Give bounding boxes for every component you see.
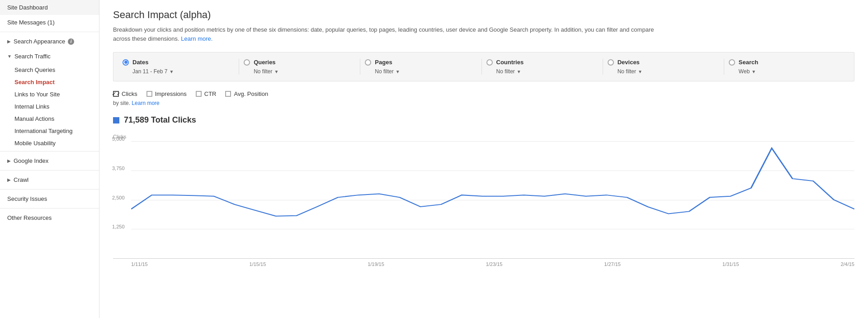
checkbox-ctr[interactable] <box>196 91 202 97</box>
sidebar-item-international-targeting[interactable]: International Targeting <box>7 125 99 137</box>
checkbox-impressions[interactable] <box>146 91 152 97</box>
filter-item-queries[interactable]: Queries No filter ▼ <box>239 59 360 75</box>
filter-item-devices[interactable]: Devices No filter ▼ <box>603 59 724 75</box>
filter-label-pages: Pages <box>375 59 392 66</box>
filter-item-countries[interactable]: Countries No filter ▼ <box>482 59 603 75</box>
filter-label-search: Search <box>739 59 758 66</box>
info-icon: i <box>68 38 74 45</box>
chevron-right-icon: ▶ <box>7 39 11 44</box>
learn-more-link[interactable]: Learn more. <box>181 35 212 42</box>
chevron-down-icon: ▼ <box>169 69 174 74</box>
sidebar: Site Dashboard Site Messages (1) ▶ Searc… <box>0 0 99 318</box>
by-site-text: by site. <box>113 100 130 106</box>
chevron-right-icon: ▶ <box>7 158 11 163</box>
metric-clicks[interactable]: ✓ Clicks <box>113 90 137 97</box>
chart-container: Clicks 5,000 3,750 2,500 1,250 <box>113 134 854 267</box>
grid-label-1250: 1,250 <box>112 224 125 229</box>
radio-pages[interactable] <box>365 59 371 66</box>
metrics-row: ✓ Clicks Impressions CTR Avg. Position <box>113 90 854 97</box>
x-label-5: 1/31/15 <box>722 261 739 267</box>
chart-svg <box>131 141 854 258</box>
search-traffic-subitems: Search Queries Search Impact Links to Yo… <box>0 64 99 149</box>
chevron-down-icon: ▼ <box>7 54 12 59</box>
filter-label-dates: Dates <box>132 59 148 66</box>
sidebar-item-manual-actions[interactable]: Manual Actions <box>7 113 99 125</box>
by-site-row: by site. Learn more <box>113 100 854 106</box>
grid-label-3750: 3,750 <box>112 166 125 171</box>
sidebar-item-internal-links[interactable]: Internal Links <box>7 100 99 113</box>
filter-label-devices: Devices <box>618 59 640 66</box>
sidebar-item-other-resources[interactable]: Other Resources <box>0 210 99 225</box>
sidebar-item-site-messages[interactable]: Site Messages (1) <box>0 15 99 30</box>
chevron-down-icon: ▼ <box>396 69 400 74</box>
main-content: Search Impact (alpha) Breakdown your cli… <box>99 0 868 318</box>
filter-item-search[interactable]: Search Web ▼ <box>724 59 845 75</box>
page-title: Search Impact (alpha) <box>113 9 854 21</box>
chart-area: 5,000 3,750 2,500 1,250 <box>113 141 854 259</box>
sidebar-section-label: Crawl <box>14 176 28 183</box>
checkbox-avg-position[interactable] <box>225 91 231 97</box>
sidebar-section-google-index[interactable]: ▶ Google Index <box>0 153 99 168</box>
grid-label-5000: 5,000 <box>112 136 125 142</box>
sidebar-section-search-traffic[interactable]: ▼ Search Traffic <box>0 49 99 64</box>
sidebar-section-crawl[interactable]: ▶ Crawl <box>0 172 99 187</box>
sidebar-item-search-impact[interactable]: Search Impact <box>7 76 99 88</box>
radio-queries[interactable] <box>244 59 250 66</box>
chart-x-axis: 1/11/15 1/15/15 1/19/15 1/23/15 1/27/15 … <box>113 259 854 267</box>
radio-search[interactable] <box>729 59 735 66</box>
filter-label-queries: Queries <box>254 59 275 66</box>
filter-value-search[interactable]: Web ▼ <box>739 68 840 75</box>
metric-impressions[interactable]: Impressions <box>146 90 187 97</box>
chevron-down-icon: ▼ <box>638 69 642 74</box>
metric-ctr[interactable]: CTR <box>196 90 217 97</box>
x-label-0: 1/11/15 <box>131 261 148 267</box>
x-label-3: 1/23/15 <box>486 261 503 267</box>
chart-y-axis-label: Clicks <box>113 134 854 139</box>
checkbox-clicks[interactable]: ✓ <box>113 91 119 97</box>
metric-avg-position[interactable]: Avg. Position <box>225 90 268 97</box>
radio-dates[interactable] <box>123 59 129 66</box>
by-site-learn-more-link[interactable]: Learn more <box>132 100 159 106</box>
filter-value-countries[interactable]: No filter ▼ <box>496 68 598 75</box>
sidebar-item-search-queries[interactable]: Search Queries <box>7 64 99 76</box>
radio-devices[interactable] <box>608 59 614 66</box>
filter-value-queries[interactable]: No filter ▼ <box>254 68 355 75</box>
filter-value-dates[interactable]: Jan 11 - Feb 7 ▼ <box>132 68 234 75</box>
sidebar-section-label: Search Appearance <box>14 38 65 45</box>
metric-label-impressions: Impressions <box>155 90 187 97</box>
sidebar-section-search-appearance[interactable]: ▶ Search Appearance i <box>0 34 99 49</box>
chevron-right-icon: ▶ <box>7 177 11 182</box>
clicks-color-indicator <box>113 117 119 123</box>
chevron-down-icon: ▼ <box>274 69 279 74</box>
sidebar-item-site-dashboard[interactable]: Site Dashboard <box>0 0 99 15</box>
filter-item-dates[interactable]: Dates Jan 11 - Feb 7 ▼ <box>123 59 239 75</box>
metric-label-avg-position: Avg. Position <box>234 90 268 97</box>
sidebar-item-mobile-usability[interactable]: Mobile Usability <box>7 137 99 149</box>
line-chart <box>131 141 854 258</box>
x-label-2: 1/19/15 <box>368 261 384 267</box>
sidebar-section-label: Google Index <box>14 157 48 164</box>
filter-value-pages[interactable]: No filter ▼ <box>375 68 476 75</box>
radio-countries[interactable] <box>486 59 493 66</box>
filter-value-devices[interactable]: No filter ▼ <box>618 68 719 75</box>
x-label-1: 1/15/15 <box>250 261 266 267</box>
grid-label-2500: 2,500 <box>112 195 125 200</box>
total-clicks-label: 71,589 Total Clicks <box>124 115 196 125</box>
filter-bar: Dates Jan 11 - Feb 7 ▼ Queries No filter… <box>113 52 854 81</box>
x-label-4: 1/27/15 <box>604 261 621 267</box>
sidebar-item-security-issues[interactable]: Security Issues <box>0 191 99 206</box>
metric-label-ctr: CTR <box>204 90 217 97</box>
metric-label-clicks: Clicks <box>122 90 137 97</box>
sidebar-item-links-to-your-site[interactable]: Links to Your Site <box>7 88 99 100</box>
chevron-down-icon: ▼ <box>517 69 521 74</box>
x-label-6: 2/4/15 <box>840 261 854 267</box>
total-clicks-row: 71,589 Total Clicks <box>113 115 854 125</box>
filter-item-pages[interactable]: Pages No filter ▼ <box>360 59 481 75</box>
page-description: Breakdown your clicks and position metri… <box>113 25 656 43</box>
filter-label-countries: Countries <box>496 59 524 66</box>
chevron-down-icon: ▼ <box>751 69 756 74</box>
sidebar-section-label: Search Traffic <box>14 53 51 60</box>
